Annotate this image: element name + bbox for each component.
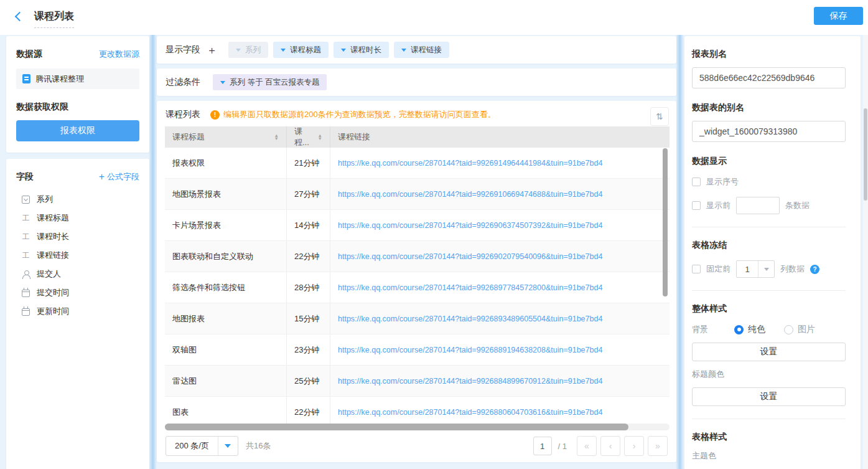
- title-color-set-button[interactable]: 设置: [692, 387, 846, 406]
- chevron-down-icon: [218, 437, 238, 455]
- table-horizontal-scrollbar-track: [165, 424, 670, 430]
- table-header-row: 课程标题 ▲▼ 课程... ▲▼ 课程链接: [165, 126, 670, 148]
- page-number-input[interactable]: [533, 437, 552, 455]
- table-body: 报表权限 21分钟 https://ke.qq.com/course/28701…: [165, 148, 670, 424]
- cell-course-duration: 21分钟: [287, 148, 330, 178]
- table-vertical-scrollbar[interactable]: [663, 148, 668, 296]
- table-row: 图表 22分钟 https://ke.qq.com/course/2870144…: [165, 397, 670, 424]
- add-display-field-button[interactable]: ＋: [207, 45, 217, 55]
- show-first-checkbox[interactable]: [692, 201, 701, 210]
- first-page-button[interactable]: «: [577, 436, 597, 456]
- change-datasource-link[interactable]: 更改数据源: [99, 49, 139, 60]
- report-alias-input[interactable]: [692, 67, 846, 88]
- sort-icon[interactable]: ▲▼: [274, 134, 279, 140]
- course-link[interactable]: https://ke.qq.com/course/2870144?taid=99…: [338, 377, 602, 386]
- display-field-chip-course-title[interactable]: 课程标题: [273, 42, 329, 58]
- left-sidebar: 数据源 更改数据源 腾讯课程整理 数据获取权限 报表权限 字段 + 公式字段: [6, 36, 149, 469]
- divider: [692, 227, 846, 227]
- calendar-field-icon: [22, 290, 30, 297]
- field-item-submit-time[interactable]: 提交时间: [16, 283, 139, 302]
- field-item-course-title[interactable]: 工 课程标题: [16, 209, 139, 227]
- page-scrollbar[interactable]: [864, 108, 867, 201]
- image-radio[interactable]: [784, 325, 793, 334]
- chevron-down-icon: [341, 49, 346, 52]
- solid-color-radio[interactable]: [734, 325, 744, 334]
- course-link[interactable]: https://ke.qq.com/course/2870144?taid=99…: [338, 190, 602, 199]
- user-field-icon: [22, 270, 30, 278]
- datasource-item[interactable]: 腾讯课程整理: [16, 69, 139, 89]
- chevron-down-icon: [236, 49, 241, 52]
- filter-condition-chip[interactable]: 系列 等于 百宝云报表专题: [213, 74, 327, 90]
- column-header-course-title: 课程标题: [172, 131, 205, 143]
- course-link[interactable]: https://ke.qq.com/course/2870144?taid=99…: [338, 159, 602, 168]
- calendar-field-icon: [22, 308, 30, 316]
- display-field-chip-course-link[interactable]: 课程链接: [394, 42, 449, 58]
- prev-page-button[interactable]: ‹: [600, 436, 620, 456]
- freeze-suffix: 列数据: [780, 263, 805, 275]
- display-field-chip-series[interactable]: 系列: [228, 42, 268, 58]
- course-link[interactable]: https://ke.qq.com/course/2870144?taid=99…: [338, 408, 602, 417]
- course-link[interactable]: https://ke.qq.com/course/2870144?taid=99…: [338, 252, 602, 261]
- freeze-count-select[interactable]: 1: [736, 260, 775, 278]
- show-index-label: 显示序号: [706, 176, 739, 187]
- show-first-count-input[interactable]: [736, 197, 780, 214]
- chevron-down-icon: [401, 49, 406, 52]
- report-permission-button[interactable]: 报表权限: [16, 120, 139, 141]
- help-icon[interactable]: ?: [810, 265, 819, 274]
- save-button[interactable]: 保存: [814, 7, 863, 25]
- text-field-icon: 工: [22, 214, 30, 222]
- theme-color-label: 主题色: [692, 450, 846, 462]
- background-set-button[interactable]: 设置: [692, 343, 846, 361]
- sort-toggle-button[interactable]: ⇅: [650, 107, 669, 126]
- datasource-name: 腾讯课程整理: [35, 73, 84, 85]
- course-link[interactable]: https://ke.qq.com/course/2870144?taid=99…: [338, 315, 602, 323]
- fields-section-title: 字段: [16, 171, 34, 182]
- cell-course-title: 双轴图: [165, 334, 287, 365]
- field-item-update-time[interactable]: 更新时间: [16, 302, 139, 321]
- table-row: 卡片场景报表 14分钟 https://ke.qq.com/course/287…: [165, 210, 670, 241]
- freeze-count-value: 1: [737, 265, 758, 274]
- freeze-checkbox[interactable]: [692, 265, 701, 273]
- page-title: 课程列表: [34, 10, 74, 28]
- cell-course-title: 雷达图: [165, 366, 287, 396]
- cell-course-title: 报表权限: [165, 148, 287, 178]
- table-horizontal-scrollbar[interactable]: [165, 424, 628, 430]
- notice-text: 编辑界面只取数据源前200条作为查询数据预览，完整数据请访问页面查看。: [223, 109, 496, 120]
- field-item-course-duration[interactable]: 工 课程时长: [16, 227, 139, 246]
- page-count: / 1: [558, 442, 567, 451]
- panel-seam-left: [149, 35, 157, 469]
- page-size-select[interactable]: 200 条/页: [166, 436, 238, 456]
- image-label: 图片: [798, 324, 815, 335]
- field-item-series[interactable]: 系列: [16, 190, 139, 209]
- divider: [692, 419, 846, 419]
- table-alias-input[interactable]: [692, 121, 846, 142]
- table-row: 双轴图 23分钟 https://ke.qq.com/course/287014…: [165, 334, 670, 366]
- next-page-button[interactable]: ›: [624, 436, 644, 456]
- chevron-down-icon: [220, 81, 225, 84]
- cell-course-title: 图表: [165, 397, 287, 424]
- data-display-title: 数据显示: [692, 156, 846, 167]
- top-bar: 课程列表 保存: [0, 0, 868, 35]
- back-icon[interactable]: [15, 12, 22, 20]
- last-page-button[interactable]: »: [648, 436, 668, 456]
- add-formula-field-link[interactable]: + 公式字段: [99, 171, 139, 182]
- sort-icon[interactable]: ▲▼: [318, 134, 322, 140]
- cell-course-duration: 22分钟: [287, 241, 330, 272]
- field-item-course-link[interactable]: 工 课程链接: [16, 246, 139, 265]
- table-row: 地图场景报表 27分钟 https://ke.qq.com/course/287…: [165, 179, 670, 210]
- course-link[interactable]: https://ke.qq.com/course/2870144?taid=99…: [338, 221, 602, 230]
- freeze-title: 表格冻结: [692, 240, 846, 251]
- cell-course-title: 卡片场景报表: [165, 210, 287, 240]
- course-link[interactable]: https://ke.qq.com/course/2870144?taid=99…: [338, 346, 602, 354]
- text-field-icon: 工: [22, 233, 30, 241]
- cell-course-title: 地图场景报表: [165, 179, 287, 209]
- show-index-checkbox[interactable]: [692, 178, 701, 186]
- cell-course-duration: 15分钟: [287, 303, 330, 334]
- panel-seam-right: [676, 35, 684, 469]
- display-fields-card: 显示字段 ＋ 系列 课程标题 课程时长 课程链接: [157, 36, 676, 64]
- cell-course-title: 地图报表: [165, 303, 287, 334]
- display-field-chip-course-duration[interactable]: 课程时长: [334, 42, 389, 58]
- total-count: 共16条: [246, 440, 271, 452]
- field-item-submitter[interactable]: 提交人: [16, 265, 139, 283]
- course-link[interactable]: https://ke.qq.com/course/2870144?taid=99…: [338, 283, 602, 292]
